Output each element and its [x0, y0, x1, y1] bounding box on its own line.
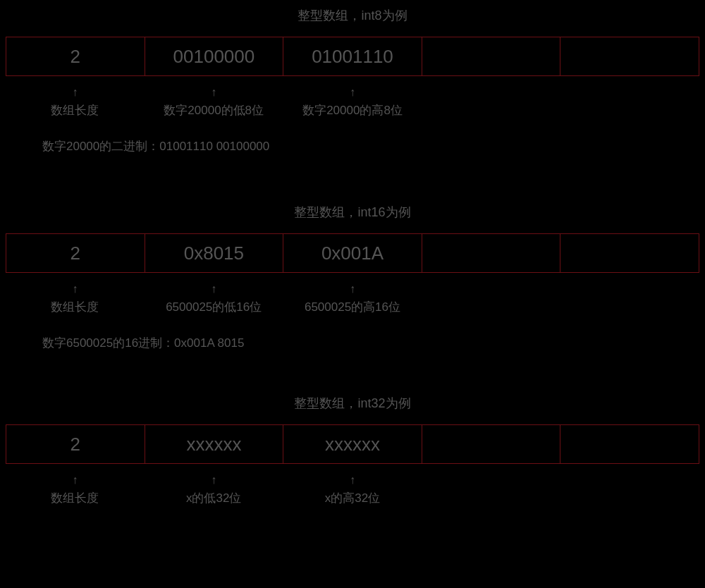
annotation-label: x的高32位 — [325, 490, 380, 506]
cell — [560, 425, 699, 463]
cell: 01001110 — [283, 37, 422, 75]
cell: xxxxxx — [145, 425, 284, 463]
annotation-row: ↑ 数组长度 ↑ x的低32位 ↑ x的高32位 — [6, 464, 699, 506]
cell — [422, 425, 561, 463]
section-title: 整型数组，int16为例 — [0, 197, 705, 233]
annotation-empty — [422, 87, 560, 118]
cell: 00100000 — [145, 37, 284, 75]
arrow-up-icon: ↑ — [211, 283, 216, 295]
cell — [422, 37, 561, 75]
annotation: ↑ 数组长度 — [6, 283, 145, 315]
explanation-text: 数字6500025的16进制：0x001A 8015 — [0, 315, 705, 351]
cell: 2 — [6, 234, 145, 272]
arrow-up-icon: ↑ — [72, 87, 78, 98]
cell: 2 — [6, 425, 145, 463]
cell: 0x8015 — [145, 234, 284, 272]
annotation: ↑ 数组长度 — [6, 87, 145, 118]
annotation: ↑ x的低32位 — [145, 474, 283, 506]
cell — [560, 37, 699, 75]
arrow-up-icon: ↑ — [350, 474, 355, 486]
arrow-up-icon: ↑ — [350, 87, 355, 98]
cell: xxxxxx — [283, 425, 422, 463]
annotation-label: 数组长度 — [51, 102, 99, 118]
annotation-empty — [560, 283, 699, 315]
annotation-empty — [422, 474, 560, 506]
arrow-up-icon: ↑ — [211, 474, 216, 486]
cell — [422, 234, 561, 272]
byte-cells: 2 0x8015 0x001A — [6, 233, 699, 273]
spacer — [0, 351, 705, 388]
section-title: 整型数组，int32为例 — [0, 388, 705, 424]
annotation-label: 6500025的低16位 — [166, 299, 262, 315]
section-int8: 整型数组，int8为例 2 00100000 01001110 ↑ 数组长度 ↑… — [0, 0, 705, 154]
cell: 0x001A — [283, 234, 422, 272]
annotation: ↑ 数组长度 — [6, 474, 145, 506]
annotation-row: ↑ 数组长度 ↑ 数字20000的低8位 ↑ 数字20000的高8位 — [6, 76, 699, 118]
annotation-label: x的低32位 — [186, 490, 241, 506]
arrow-up-icon: ↑ — [72, 474, 78, 486]
explanation-text: 数字20000的二进制：01001110 00100000 — [0, 118, 705, 154]
section-int16: 整型数组，int16为例 2 0x8015 0x001A ↑ 数组长度 ↑ 65… — [0, 197, 705, 351]
annotation-empty — [560, 474, 699, 506]
annotation-row: ↑ 数组长度 ↑ 6500025的低16位 ↑ 6500025的高16位 — [6, 273, 699, 315]
annotation: ↑ 6500025的高16位 — [283, 283, 422, 315]
annotation-label: 数组长度 — [51, 299, 99, 315]
annotation-empty — [422, 283, 560, 315]
annotation-label: 数字20000的高8位 — [302, 102, 403, 118]
byte-cells: 2 00100000 01001110 — [6, 37, 699, 76]
section-title: 整型数组，int8为例 — [0, 0, 705, 37]
arrow-up-icon: ↑ — [350, 283, 355, 295]
arrow-up-icon: ↑ — [211, 87, 216, 98]
annotation-label: 6500025的高16位 — [305, 299, 400, 315]
annotation-label: 数组长度 — [51, 490, 99, 506]
cell: 2 — [6, 37, 145, 75]
annotation: ↑ 6500025的低16位 — [145, 283, 283, 315]
annotation-empty — [560, 87, 699, 118]
annotation: ↑ 数字20000的低8位 — [145, 87, 283, 118]
arrow-up-icon: ↑ — [72, 283, 78, 295]
annotation: ↑ x的高32位 — [283, 474, 422, 506]
annotation-label: 数字20000的低8位 — [164, 102, 264, 118]
spacer — [0, 154, 705, 197]
byte-cells: 2 xxxxxx xxxxxx — [6, 424, 699, 464]
section-int32: 整型数组，int32为例 2 xxxxxx xxxxxx ↑ 数组长度 ↑ x的… — [0, 388, 705, 506]
annotation: ↑ 数字20000的高8位 — [283, 87, 422, 118]
cell — [560, 234, 699, 272]
